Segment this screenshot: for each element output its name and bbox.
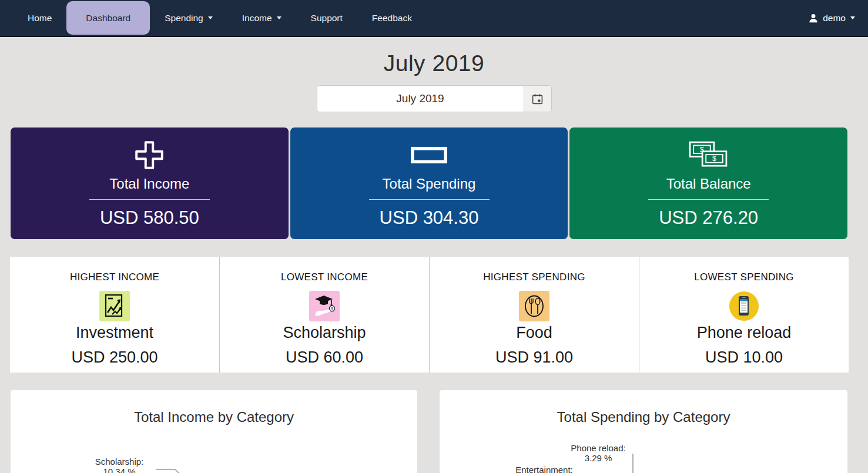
income-chart-card: Total Income by Category Scholarship: 10… bbox=[11, 390, 417, 473]
scholarship-icon: $ bbox=[309, 291, 340, 321]
calendar-icon bbox=[531, 93, 544, 105]
user-menu[interactable]: demo bbox=[808, 0, 868, 36]
pie-label-scholarship: Scholarship: 10.34 % bbox=[87, 457, 152, 473]
chevron-down-icon bbox=[277, 16, 281, 19]
chevron-down-icon bbox=[208, 16, 213, 19]
income-chart-title: Total Income by Category bbox=[11, 409, 417, 425]
highest-spending-amount: USD 91.00 bbox=[430, 348, 639, 367]
chevron-down-icon bbox=[850, 16, 855, 19]
spending-chart-title: Total Spending by Category bbox=[440, 409, 847, 425]
pie-label-entertainment: Entertainment: bbox=[512, 465, 577, 473]
pie-label-phone-reload: Phone reload: 3.29 % bbox=[566, 443, 631, 463]
nav-item-feedback[interactable]: Feedback bbox=[357, 0, 427, 36]
pie-label-phone-reload-name: Phone reload: bbox=[571, 443, 625, 453]
nav-item-support[interactable]: Support bbox=[296, 0, 357, 36]
investment-chart-icon bbox=[99, 291, 130, 321]
nav-item-spending[interactable]: Spending bbox=[150, 0, 227, 36]
food-icon bbox=[519, 291, 549, 321]
lowest-income-heading: LOWEST INCOME bbox=[220, 271, 429, 283]
nav-item-spending-label: Spending bbox=[165, 13, 203, 24]
lowest-income-amount: USD 60.00 bbox=[220, 348, 429, 367]
divider bbox=[89, 199, 210, 200]
total-income-label: Total Income bbox=[109, 176, 189, 192]
divider bbox=[369, 199, 490, 200]
lowest-spending-amount: USD 10.00 bbox=[639, 348, 849, 367]
summary-cards-row: Total Income USD 580.50 Total Spending U… bbox=[11, 128, 847, 239]
month-picker-input[interactable] bbox=[317, 86, 524, 112]
total-spending-amount: USD 304.30 bbox=[380, 207, 479, 229]
highest-income-heading: HIGHEST INCOME bbox=[10, 271, 219, 283]
banknotes-icon: $ $ bbox=[689, 138, 729, 172]
highest-spending-heading: HIGHEST SPENDING bbox=[430, 271, 639, 283]
spending-chart-card: Total Spending by Category Phone reload:… bbox=[440, 390, 847, 473]
charts-row: Total Income by Category Scholarship: 10… bbox=[11, 390, 847, 473]
lowest-income-stat: LOWEST INCOME $ Scholarship USD 60.00 bbox=[219, 257, 429, 373]
total-balance-card: $ $ Total Balance USD 276.20 bbox=[569, 128, 847, 239]
lowest-spending-stat: LOWEST SPENDING Phone reload USD 10.00 bbox=[639, 257, 849, 373]
month-picker-group bbox=[317, 85, 552, 112]
user-menu-label: demo bbox=[823, 13, 846, 24]
total-spending-card: Total Spending USD 304.30 bbox=[290, 128, 568, 239]
total-income-card: Total Income USD 580.50 bbox=[11, 128, 289, 239]
total-balance-amount: USD 276.20 bbox=[659, 207, 758, 229]
highest-spending-stat: HIGHEST SPENDING Food USD 91.00 bbox=[429, 257, 639, 373]
minus-icon bbox=[410, 138, 448, 172]
nav-item-home[interactable]: Home bbox=[13, 0, 66, 36]
svg-text:$: $ bbox=[331, 307, 333, 311]
pie-label-scholarship-name: Scholarship: bbox=[95, 457, 144, 467]
lowest-spending-category: Phone reload bbox=[639, 324, 849, 342]
divider bbox=[648, 199, 769, 200]
phone-reload-icon bbox=[729, 291, 759, 321]
nav-item-income[interactable]: Income bbox=[227, 0, 296, 36]
total-income-amount: USD 580.50 bbox=[100, 207, 199, 229]
user-icon bbox=[808, 13, 819, 24]
highest-income-stat: HIGHEST INCOME Investment USD 250.00 bbox=[10, 257, 219, 373]
top-navbar: Home Dashboard Spending Income Support F… bbox=[0, 0, 868, 37]
nav-item-income-label: Income bbox=[242, 13, 272, 24]
stats-panel: HIGHEST INCOME Investment USD 250.00 LOW… bbox=[10, 257, 849, 373]
nav-item-dashboard[interactable]: Dashboard bbox=[66, 1, 150, 35]
pie-callout-line bbox=[440, 390, 844, 473]
highest-income-amount: USD 250.00 bbox=[10, 348, 219, 367]
page-title: July 2019 bbox=[0, 51, 868, 76]
pie-label-phone-reload-percent: 3.29 % bbox=[585, 453, 612, 463]
calendar-button[interactable] bbox=[524, 86, 551, 112]
svg-text:$: $ bbox=[712, 155, 716, 163]
pie-label-scholarship-percent: 10.34 % bbox=[103, 467, 135, 473]
lowest-spending-heading: LOWEST SPENDING bbox=[639, 271, 849, 283]
highest-spending-category: Food bbox=[430, 324, 639, 342]
total-spending-label: Total Spending bbox=[383, 176, 476, 192]
highest-income-category: Investment bbox=[10, 324, 219, 342]
lowest-income-category: Scholarship bbox=[220, 324, 429, 342]
plus-icon bbox=[133, 138, 165, 172]
pie-callout-line bbox=[11, 390, 417, 473]
total-balance-label: Total Balance bbox=[666, 176, 751, 192]
pie-label-entertainment-name: Entertainment: bbox=[515, 465, 573, 473]
